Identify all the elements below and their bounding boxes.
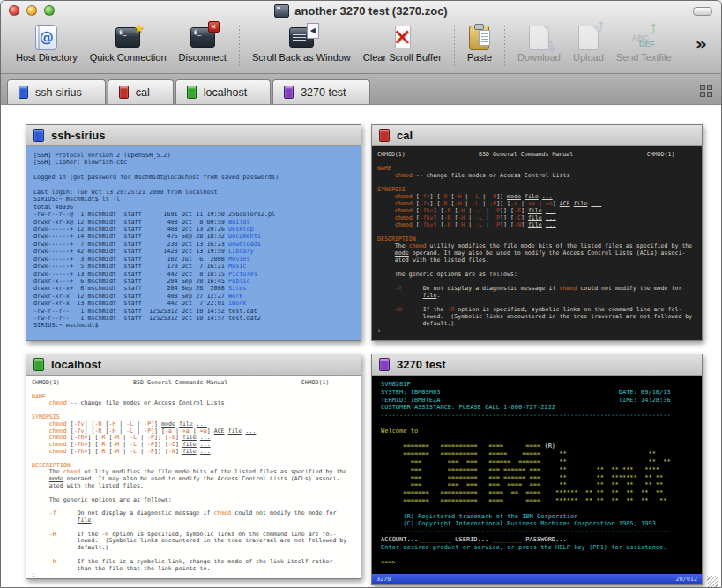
close-badge-icon: ✕ — [208, 21, 220, 33]
toolbar-label: Paste — [467, 52, 492, 63]
toolbar-separator — [504, 26, 505, 68]
tab-ssh-sirius[interactable]: ssh-sirius — [7, 79, 106, 104]
panel-ssh-sirius: ssh-sirius [SSH] Protocol Version 2 (Ope… — [26, 124, 361, 341]
upload-button: ⤴ Upload — [573, 23, 604, 63]
panel-3270-test: 3270 test SVM0201PSYSTEM: IBM0SM03 DATE:… — [371, 354, 703, 585]
tab-localhost[interactable]: localhost — [175, 79, 271, 104]
panel-title: ssh-sirius — [51, 129, 105, 142]
window-chrome: another 3270 test (3270.zoc) @ Host Dire… — [1, 1, 721, 74]
address-book-icon: @ — [35, 25, 57, 50]
toolbar-label: Disconnect — [179, 52, 227, 63]
tiled-sessions-area: ssh-sirius [SSH] Protocol Version 2 (Ope… — [1, 105, 721, 588]
document-icon — [274, 4, 289, 18]
tab-label: 3270 test — [301, 86, 346, 99]
panel-localhost: localhost CHMOD(1) BSD General Commands … — [26, 354, 361, 579]
tile-view-button[interactable] — [700, 85, 712, 97]
send-textfile-icon: ABCDEF⤴ — [632, 26, 656, 49]
session-color-icon — [119, 86, 129, 99]
panel-header-localhost[interactable]: localhost — [26, 354, 361, 376]
clear-icon: ✕ — [391, 25, 414, 49]
toolbar-label: Clear Scroll Buffer — [363, 52, 442, 63]
traffic-lights — [9, 5, 55, 16]
session-color-icon — [284, 86, 294, 99]
title-bar[interactable]: another 3270 test (3270.zoc) — [1, 1, 721, 20]
quick-connection-button[interactable]: $_★ Quick Connection — [90, 23, 167, 63]
tab-label: localhost — [204, 86, 247, 99]
tab-3270-test[interactable]: 3270 test — [272, 79, 369, 104]
terminal-localhost[interactable]: CHMOD(1) BSD General Commands Manual CHM… — [26, 376, 361, 578]
minimize-button[interactable] — [26, 5, 37, 16]
paste-button[interactable]: Paste — [467, 23, 492, 63]
download-button: ⤵ Download — [517, 23, 561, 63]
panel-title: localhost — [51, 358, 101, 371]
status-cursor-position: 20/012 — [675, 576, 697, 583]
zoom-button[interactable] — [44, 5, 55, 16]
session-color-icon — [33, 358, 44, 371]
toolbar-label: Upload — [573, 52, 604, 63]
tab-bar: ssh-sirius cal localhost 3270 test — [1, 74, 721, 105]
send-textfile-button: ABCDEF⤴ Send Textfile — [616, 23, 672, 63]
toolbar-label: Scroll Back as Window — [252, 52, 351, 63]
toolbar-separator — [239, 26, 240, 68]
tab-label: ssh-sirius — [35, 86, 82, 99]
download-file-icon: ⤵ — [529, 26, 549, 50]
session-color-icon — [19, 86, 28, 99]
down-arrow-icon: ⤵ — [547, 39, 555, 55]
clipboard-icon — [469, 26, 489, 50]
toolbar-label: Send Textfile — [616, 52, 672, 63]
panel-header-3270-test[interactable]: 3270 test — [372, 354, 702, 376]
terminal-status-bar: 3270 20/012 — [372, 574, 702, 584]
terminal-ssh-sirius[interactable]: [SSH] Protocol Version 2 (OpenSSH_5.2)[S… — [26, 146, 361, 340]
up-arrow-icon: ⤴ — [597, 19, 604, 35]
disconnect-button[interactable]: $_✕ Disconnect — [179, 23, 227, 63]
close-button[interactable] — [9, 5, 19, 16]
resize-grip[interactable] — [707, 576, 718, 587]
status-emulation: 3270 — [376, 576, 391, 583]
panel-title: 3270 test — [397, 358, 446, 371]
terminal-cal[interactable]: CHMOD(1) BSD General Commands Manual CHM… — [372, 146, 702, 340]
session-color-icon — [33, 129, 44, 142]
back-arrow-icon: ◀ — [307, 23, 319, 39]
terminal-icon: ◀ — [289, 27, 314, 48]
tab-cal[interactable]: cal — [108, 79, 174, 104]
app-window: another 3270 test (3270.zoc) @ Host Dire… — [0, 0, 722, 588]
toolbar-label: Quick Connection — [90, 52, 167, 63]
panel-cal: cal CHMOD(1) BSD General Commands Manual… — [371, 124, 703, 341]
panel-title: cal — [397, 129, 413, 142]
upload-file-icon: ⤴ — [578, 26, 599, 50]
session-color-icon — [379, 129, 390, 142]
panel-header-cal[interactable]: cal — [372, 125, 702, 146]
window-title: another 3270 test (3270.zoc) — [294, 4, 447, 18]
session-color-icon — [187, 86, 197, 99]
session-color-icon — [379, 358, 390, 371]
scroll-back-as-window-button[interactable]: ◀ Scroll Back as Window — [252, 23, 351, 63]
panel-header-ssh-sirius[interactable]: ssh-sirius — [26, 125, 361, 146]
terminal-3270-test[interactable]: SVM0201PSYSTEM: IBM0SM03 DATE: 09/10/13T… — [372, 376, 702, 574]
terminal-icon: $_★ — [115, 27, 140, 48]
toolbar-overflow-chevron[interactable]: » — [695, 33, 716, 65]
tab-label: cal — [136, 86, 150, 99]
terminal-icon: $_✕ — [190, 27, 215, 48]
toolbar-separator — [454, 26, 455, 68]
clear-scroll-buffer-button[interactable]: ✕ Clear Scroll Buffer — [363, 23, 442, 63]
host-directory-button[interactable]: @ Host Directory — [16, 23, 78, 63]
toolbar-toggle-button[interactable] — [693, 7, 712, 16]
red-x-icon: ✕ — [391, 25, 414, 49]
toolbar-label: Host Directory — [16, 52, 78, 63]
toolbar: @ Host Directory $_★ Quick Connection $_… — [1, 20, 721, 76]
green-arrow-icon: ⤴ — [650, 21, 657, 38]
star-icon: ★ — [134, 21, 145, 35]
